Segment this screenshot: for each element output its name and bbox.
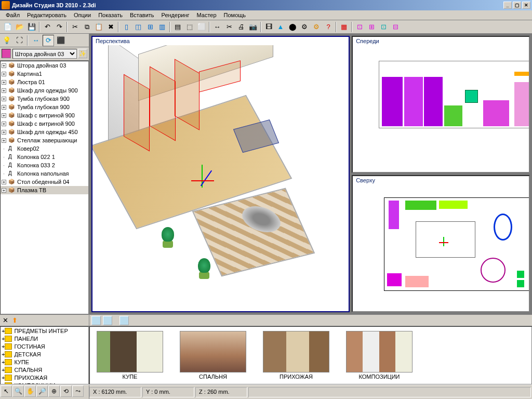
view4-icon[interactable]: ▥ (156, 21, 168, 33)
viewport-front[interactable]: Спереди (352, 36, 530, 173)
tree-node[interactable]: ·ДКолонка 033 2 (1, 161, 88, 169)
grid-icon[interactable]: ▦ (338, 21, 350, 33)
menu-edit[interactable]: Редактировать (23, 11, 70, 19)
cone-icon[interactable]: ▲ (275, 21, 286, 33)
redo-icon[interactable]: ↷ (54, 21, 65, 33)
tree-node[interactable]: +📦Штора двойная 03 (1, 61, 88, 70)
delete-icon[interactable]: ✖ (105, 21, 116, 33)
tree-node[interactable]: ·ДКовер02 (1, 144, 88, 153)
filter3-icon[interactable] (119, 316, 129, 325)
menu-insert[interactable]: Вставить (126, 11, 158, 19)
close-button[interactable]: ✕ (522, 2, 530, 9)
top-canvas[interactable] (353, 184, 529, 311)
color-swatch[interactable] (2, 49, 11, 58)
minimize-button[interactable]: _ (503, 2, 512, 9)
tree-node[interactable]: ·ДКолонка 022 1 (1, 153, 88, 161)
menu-show[interactable]: Показать (95, 11, 126, 19)
tree-node[interactable]: +📦Плазма ТВ (1, 186, 88, 194)
viewport-top[interactable]: Сверху (352, 175, 530, 312)
menu-master[interactable]: Мастер (193, 11, 220, 19)
thumb-prihozhaya[interactable]: ПРИХОЖАЯ (262, 331, 330, 380)
category-node[interactable]: +КОМПОЗИЦИИ (1, 381, 88, 384)
nav-walk-icon[interactable]: ⤳ (72, 385, 84, 397)
wand-icon[interactable]: ✨ (78, 49, 87, 58)
menu-file[interactable]: Файл (2, 11, 23, 19)
camera-icon[interactable]: 📷 (247, 21, 259, 33)
snap1-icon[interactable]: ⊡ (354, 21, 365, 33)
nav-pan-icon[interactable]: ✋ (24, 385, 36, 397)
tree-node[interactable]: +📦Шкаф для одежды 900 (1, 86, 88, 95)
thumb-spalnya[interactable]: СПАЛЬНЯ (179, 331, 247, 380)
filter2-icon[interactable] (103, 316, 112, 325)
rotate-icon[interactable]: ⟳ (43, 35, 54, 46)
category-node[interactable]: +ПРИХОЖАЯ (1, 374, 88, 381)
category-node[interactable]: +ГОСТИНАЯ (1, 342, 88, 350)
layer-icon[interactable]: ▤ (172, 21, 183, 33)
perspective-canvas[interactable] (92, 45, 349, 311)
menu-options[interactable]: Опции (70, 11, 95, 19)
tree-node[interactable]: +📦Тумба глубокая 900 (1, 103, 88, 111)
door-icon[interactable]: ⬛ (55, 35, 66, 46)
close-panel-icon[interactable]: ✕ (1, 316, 9, 325)
nav-zoomfit-icon[interactable]: 🔎 (36, 385, 48, 397)
nav-arrow-icon[interactable]: ↖ (1, 385, 12, 397)
print-icon[interactable]: 🖨 (235, 21, 247, 33)
maximize-button[interactable]: ▢ (513, 2, 521, 9)
nav-zoom-icon[interactable]: 🔍 (12, 385, 24, 397)
tree-node[interactable]: +📦Люстра 01 (1, 78, 88, 86)
category-node[interactable]: +СПАЛЬНЯ (1, 366, 88, 374)
snap2-icon[interactable]: ⊞ (366, 21, 377, 33)
paste-icon[interactable]: 📋 (93, 21, 104, 33)
tree-node[interactable]: +📦Шкаф для одежды 450 (1, 128, 88, 136)
select-icon[interactable]: ⬜ (196, 21, 207, 33)
filter1-icon[interactable] (91, 316, 101, 325)
viewport-top-title: Сверху (353, 176, 529, 184)
move-icon[interactable]: ↔ (30, 35, 42, 46)
scene-tree[interactable]: +📦Штора двойная 03+📦Картина1+📦Люстра 01+… (0, 61, 89, 314)
prop-icon[interactable]: ⚙ (299, 21, 310, 33)
maximize-icon[interactable]: ⛶ (14, 35, 25, 46)
open-icon[interactable]: 📂 (14, 21, 25, 33)
nav-zoomin-icon[interactable]: ⊕ (48, 385, 60, 397)
tree-node[interactable]: +📦Стол обеденный 04 (1, 178, 88, 186)
tree-node[interactable]: +📦Шкаф с витриной 900 (1, 119, 88, 128)
front-canvas[interactable] (353, 45, 529, 172)
group-icon[interactable]: ⬚ (184, 21, 195, 33)
category-tree[interactable]: +ПРЕДМЕТЫ ИНТЕР+ПАНЕЛИ+ГОСТИНАЯ+ДЕТСКАЯ+… (0, 326, 89, 384)
up-folder-icon[interactable]: ⬆ (10, 316, 19, 325)
gear-icon[interactable]: ⚙ (311, 21, 322, 33)
viewport-perspective[interactable]: Перспектива (91, 36, 350, 312)
category-node[interactable]: +ПРЕДМЕТЫ ИНТЕР (1, 327, 88, 335)
copy-icon[interactable]: ⧉ (81, 21, 92, 33)
undo-icon[interactable]: ↶ (42, 21, 53, 33)
view3-icon[interactable]: ⊞ (144, 21, 156, 33)
category-node[interactable]: +ПАНЕЛИ (1, 335, 88, 342)
view2-icon[interactable]: ◫ (132, 21, 144, 33)
view1-icon[interactable]: ▯ (121, 21, 132, 33)
tree-node[interactable]: +📦Стеллаж завершающи (1, 136, 88, 144)
category-node[interactable]: +ДЕТСКАЯ (1, 350, 88, 358)
sphere-icon[interactable]: ⬤ (287, 21, 298, 33)
nav-orbit-icon[interactable]: ⟲ (60, 385, 72, 397)
menu-render[interactable]: Рендеринг (158, 11, 193, 19)
menu-help[interactable]: Помощь (220, 11, 250, 19)
light-icon[interactable]: 💡 (1, 35, 12, 46)
tree-node[interactable]: +📦Тумба глубокая 900 (1, 95, 88, 103)
tree-node[interactable]: +📦Картина1 (1, 70, 88, 78)
object-dropdown[interactable]: Штора двойная 03 (12, 49, 77, 59)
scissors-icon[interactable]: ✂ (223, 21, 235, 33)
thumb-kompozicii[interactable]: КОМПОЗИЦИИ (345, 331, 413, 380)
snap3-icon[interactable]: ⊡ (378, 21, 389, 33)
snap4-icon[interactable]: ⊟ (390, 21, 401, 33)
tree-node[interactable]: +📦Шкаф с витриной 900 (1, 111, 88, 119)
check-icon[interactable]: ? (323, 21, 334, 33)
save-icon[interactable]: 💾 (26, 21, 37, 33)
cut-icon[interactable]: ✂ (69, 21, 81, 33)
status-message (248, 387, 531, 397)
film-icon[interactable]: 🎞 (263, 21, 274, 33)
category-node[interactable]: +КУПЕ (1, 358, 88, 366)
dimension-icon[interactable]: ↔ (211, 21, 223, 33)
tree-node[interactable]: ·ДКолонка напольная (1, 169, 88, 178)
new-icon[interactable]: 📄 (2, 21, 14, 33)
thumb-kupe[interactable]: КУПЕ (96, 331, 164, 380)
